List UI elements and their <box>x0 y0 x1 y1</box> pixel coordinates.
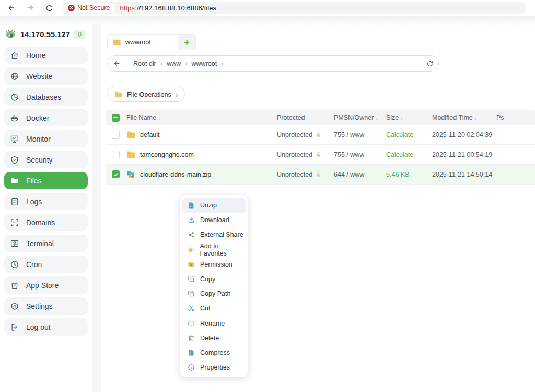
sidebar-item-security[interactable]: Security <box>4 151 88 168</box>
breadcrumb-www[interactable]: www <box>167 60 181 67</box>
file-table: File Name↓ Protected PMSN/Owner↓ Size↓ M… <box>106 110 535 185</box>
sidebar-item-logout[interactable]: Log out <box>4 318 88 336</box>
size-calculate-link[interactable]: Calculate <box>386 131 432 139</box>
modified-time: 2025-11-21 00:54:19 <box>432 151 496 158</box>
sidebar-item-label: Log out <box>26 323 51 331</box>
menu-item-label: Unzip <box>200 202 217 209</box>
sidebar-item-logs[interactable]: Logs <box>4 193 88 210</box>
menu-item-compress[interactable]: Compress <box>182 345 246 360</box>
sidebar-item-databases[interactable]: Databases <box>4 88 88 106</box>
sidebar-item-terminal[interactable]: Terminal <box>4 235 88 252</box>
row-checkbox[interactable] <box>112 131 120 139</box>
download-icon <box>187 216 195 224</box>
menu-item-delete[interactable]: Delete <box>182 331 246 345</box>
sidebar-item-label: Security <box>26 156 53 164</box>
file-name[interactable]: cloudflare-ddns-main.zip <box>140 171 211 178</box>
sidebar-item-label: Monitor <box>26 135 51 143</box>
refresh-button[interactable] <box>421 56 438 71</box>
file-operations-button[interactable]: File Operations › <box>107 87 185 102</box>
menu-item-cut[interactable]: Cut <box>182 301 246 316</box>
sidebar-item-label: Terminal <box>26 239 54 248</box>
unlock-icon <box>315 131 322 138</box>
menu-item-permission[interactable]: Permission <box>182 257 246 272</box>
column-header-size[interactable]: Size↓ <box>386 114 432 121</box>
breadcrumb: Root dir › www › wwwroot › <box>126 56 421 71</box>
clock-icon <box>10 260 19 269</box>
sidebar-item-docker[interactable]: Docker <box>4 109 88 126</box>
sidebar-header: 14.170.55.127 0 <box>4 28 88 41</box>
browser-forward-icon[interactable] <box>25 3 36 13</box>
message-count-badge[interactable]: 0 <box>74 30 86 39</box>
sidebar-item-label: Website <box>26 72 52 80</box>
not-secure-badge[interactable]: ✕ Not Secure <box>65 3 115 13</box>
aapanel-logo-icon <box>4 28 17 41</box>
sidebar-item-label: Files <box>26 177 42 185</box>
info-icon <box>187 364 195 372</box>
rename-icon <box>187 319 195 327</box>
address-bar[interactable]: ✕ Not Secure https://192.168.88.10:6886/… <box>63 2 526 14</box>
size-calculate-link[interactable]: Calculate <box>386 151 432 158</box>
row-checkbox[interactable] <box>112 151 120 158</box>
breadcrumb-root[interactable]: Root dir <box>133 60 156 67</box>
top-shadow <box>0 16 535 25</box>
sidebar-item-website[interactable]: Website <box>4 67 88 85</box>
select-all-checkbox[interactable] <box>112 114 120 122</box>
sidebar-item-domains[interactable]: Domains <box>4 214 88 231</box>
table-row-default[interactable]: default Unprotected 755 / www Calculate … <box>106 125 535 145</box>
folder-icon <box>10 176 19 186</box>
sidebar-item-label: Docker <box>26 114 49 122</box>
share-icon <box>187 231 195 239</box>
menu-item-unzip[interactable]: Unzip <box>182 198 246 213</box>
menu-item-copy-path[interactable]: Copy Path <box>182 286 246 301</box>
unlock-icon <box>315 151 322 158</box>
menu-item-label: Permission <box>200 261 232 268</box>
server-ip: 14.170.55.127 <box>20 30 70 39</box>
menu-item-external-share[interactable]: External Share <box>182 227 246 242</box>
column-header-modified[interactable]: Modified Time↓ <box>432 114 496 121</box>
menu-item-label: Compress <box>200 349 230 356</box>
protected-status: Unprotected <box>277 131 312 139</box>
sidebar-item-label: Domains <box>26 218 55 227</box>
breadcrumb-wwwroot[interactable]: wwwroot <box>192 60 217 67</box>
table-row-tamcongnghe[interactable]: tamcongnghe.com Unprotected 755 / www Ca… <box>106 145 535 165</box>
sidebar-item-home[interactable]: Home <box>4 47 88 64</box>
sidebar-item-cron[interactable]: Cron <box>4 256 88 273</box>
sidebar-item-settings[interactable]: Settings <box>4 297 88 315</box>
sidebar-item-label: Databases <box>26 93 61 101</box>
menu-item-download[interactable]: Download <box>182 213 246 227</box>
sidebar-item-label: Home <box>26 51 45 60</box>
folder-icon <box>113 39 121 46</box>
sidebar-item-files[interactable]: Files <box>4 172 88 189</box>
menu-item-add-to-favorites[interactable]: Add to Favorites <box>182 243 246 257</box>
menu-item-rename[interactable]: Rename <box>182 316 246 331</box>
docker-icon <box>10 113 19 123</box>
back-button[interactable] <box>108 56 126 71</box>
url-rest: ://192.168.88.10:6886/files <box>135 4 216 12</box>
menu-item-properties[interactable]: Properties <box>182 360 246 375</box>
not-secure-x-icon: ✕ <box>68 5 75 11</box>
monitor-icon <box>10 134 19 144</box>
browser-refresh-icon[interactable] <box>44 3 54 13</box>
zip-file-icon <box>126 170 136 179</box>
sidebar-item-monitor[interactable]: Monitor <box>4 130 88 147</box>
file-name[interactable]: default <box>140 131 160 139</box>
table-header: File Name↓ Protected PMSN/Owner↓ Size↓ M… <box>106 110 535 125</box>
modified-time: 2025-11-20 02:04:39 <box>432 131 496 139</box>
file-name[interactable]: tamcongnghe.com <box>140 151 194 158</box>
add-tab-button[interactable]: + <box>178 35 195 50</box>
column-header-pmsn-owner[interactable]: PMSN/Owner↓ <box>334 114 386 121</box>
column-header-protected: Protected <box>277 114 334 121</box>
main-panel: wwwroot + Root dir › www › wwwroot › <box>101 25 535 392</box>
browser-back-icon[interactable] <box>6 3 17 13</box>
menu-item-copy[interactable]: Copy <box>182 272 246 286</box>
document-icon <box>10 197 19 206</box>
sidebar-item-app-store[interactable]: App Store <box>4 276 88 294</box>
tab-wwwroot[interactable]: wwwroot <box>108 35 178 50</box>
column-header-filename[interactable]: File Name↓ <box>126 114 277 121</box>
table-row-cloudflare-zip[interactable]: cloudflare-ddns-main.zip Unprotected 644… <box>106 165 535 185</box>
menu-item-label: Cut <box>200 305 210 312</box>
chevron-right-icon: › <box>176 90 178 99</box>
not-secure-label: Not Secure <box>77 4 110 11</box>
context-menu: Unzip Download External Share Add to Fav… <box>180 195 248 377</box>
row-checkbox[interactable] <box>112 170 120 178</box>
